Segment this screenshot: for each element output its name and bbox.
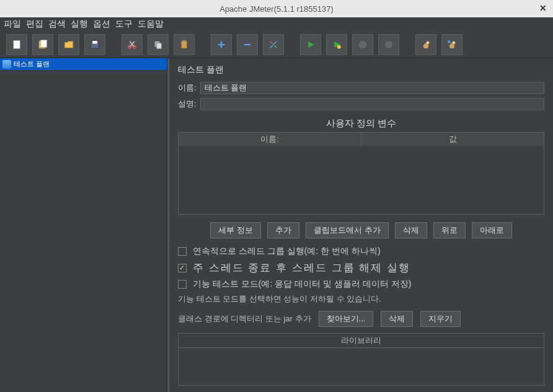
up-button[interactable]: 위로 (433, 222, 466, 238)
detail-button[interactable]: 세부 정보 (210, 222, 261, 238)
menu-help[interactable]: 도움말 (138, 19, 164, 30)
beaker-icon (2, 60, 11, 69)
classpath-label: 클래스 경로에 디렉터리 또는 jar 추가 (178, 313, 311, 324)
user-variables-section: 사용자 정의 변수 이름: 값 (178, 118, 544, 215)
stop-button[interactable] (352, 34, 373, 55)
tree-item-label: 테스트 플랜 (14, 59, 50, 69)
add-button[interactable]: 추가 (267, 222, 299, 238)
classpath-delete-button[interactable]: 삭제 (381, 311, 413, 327)
from-clipboard-button[interactable]: 클립보드에서 추가 (306, 222, 389, 238)
copy-button[interactable] (148, 34, 169, 55)
main-area: 테스트 플랜 테스트 플랜 이름: 설명: 사용자 정의 변수 이름: 값 세부… (0, 58, 553, 392)
library-title: 라이브러리 (179, 334, 544, 348)
serial-checkbox[interactable] (178, 247, 187, 256)
vars-body[interactable] (179, 146, 544, 214)
serial-label: 연속적으로 스레드 그룹 실행(예: 한 번에 하나씩) (193, 246, 381, 257)
expand-button[interactable] (211, 34, 232, 55)
functional-note: 기능 테스트 모드를 선택하면 성능이 저하될 수 있습니다. (178, 294, 544, 305)
content-panel: 테스트 플랜 이름: 설명: 사용자 정의 변수 이름: 값 세부 정보 추가 … (167, 58, 553, 392)
paste-button[interactable] (174, 34, 195, 55)
vars-col-name: 이름: (179, 133, 361, 146)
menu-tools[interactable]: 도구 (115, 19, 133, 30)
vars-title: 사용자 정의 변수 (178, 118, 544, 129)
tree-item-testplan[interactable]: 테스트 플랜 (0, 58, 167, 70)
svg-rect-2 (40, 40, 47, 47)
desc-input[interactable] (200, 98, 544, 110)
clear-button[interactable] (415, 34, 436, 55)
name-label: 이름: (178, 82, 197, 94)
menu-options[interactable]: 옵션 (93, 19, 110, 30)
vars-col-value: 값 (361, 133, 544, 146)
svg-rect-4 (92, 41, 97, 44)
menu-edit[interactable]: 편집 (26, 19, 43, 30)
save-button[interactable] (84, 34, 105, 55)
svg-point-11 (337, 45, 341, 48)
library-section: 라이브러리 (178, 333, 544, 386)
vars-buttons: 세부 정보 추가 클립보드에서 추가 삭제 위로 아래로 (178, 222, 544, 238)
collapse-button[interactable] (237, 34, 258, 55)
teardown-check-row[interactable]: ✓ 주 스레드 종료 후 스레드 그룹 해제 실행 (178, 261, 544, 275)
close-icon[interactable]: ✕ (539, 3, 547, 13)
templates-button[interactable] (32, 34, 53, 55)
desc-label: 설명: (178, 98, 197, 110)
delete-button[interactable]: 삭제 (395, 222, 427, 238)
serial-check-row[interactable]: 연속적으로 스레드 그룹 실행(예: 한 번에 하나씩) (178, 246, 544, 257)
vars-table: 이름: 값 (178, 132, 544, 215)
teardown-checkbox[interactable]: ✓ (178, 264, 187, 272)
open-button[interactable] (58, 34, 79, 55)
start-no-timers-button[interactable] (326, 34, 347, 55)
classpath-clear-button[interactable]: 지우기 (420, 311, 461, 327)
svg-rect-9 (182, 41, 187, 48)
menu-file[interactable]: 파일 (4, 19, 21, 30)
library-body[interactable] (179, 348, 544, 385)
name-input[interactable] (200, 82, 544, 94)
clear-all-button[interactable] (441, 34, 462, 55)
tree-panel: 테스트 플랜 (0, 58, 167, 392)
cut-button[interactable] (122, 34, 143, 55)
classpath-row: 클래스 경로에 디렉터리 또는 jar 추가 찾아보기... 삭제 지우기 (178, 311, 544, 327)
menu-search[interactable]: 검색 (48, 19, 66, 30)
menu-run[interactable]: 실행 (71, 19, 88, 30)
svg-rect-8 (157, 43, 162, 48)
panel-title: 테스트 플랜 (178, 64, 544, 76)
svg-rect-0 (14, 40, 20, 49)
functional-checkbox[interactable] (178, 280, 187, 289)
menubar: 파일 편집 검색 실행 옵션 도구 도움말 (0, 17, 553, 31)
new-button[interactable] (6, 34, 27, 55)
shutdown-button[interactable] (378, 34, 399, 55)
toggle-button[interactable] (263, 34, 284, 55)
teardown-label: 주 스레드 종료 후 스레드 그룹 해제 실행 (193, 261, 410, 275)
svg-rect-10 (183, 40, 186, 41)
svg-point-13 (448, 40, 451, 43)
functional-label: 기능 테스트 모드(예: 응답 데이터 및 샘플러 데이터 저장) (193, 279, 411, 290)
svg-point-12 (385, 41, 392, 48)
functional-check-row[interactable]: 기능 테스트 모드(예: 응답 데이터 및 샘플러 데이터 저장) (178, 279, 544, 290)
browse-button[interactable]: 찾아보기... (319, 311, 374, 327)
start-button[interactable] (300, 34, 321, 55)
titlebar: Apache JMeter(5.1.1 r1855137) ✕ (0, 0, 553, 17)
down-button[interactable]: 아래로 (472, 222, 512, 238)
toolbar (0, 31, 553, 58)
window-title: Apache JMeter(5.1.1 r1855137) (219, 4, 334, 14)
